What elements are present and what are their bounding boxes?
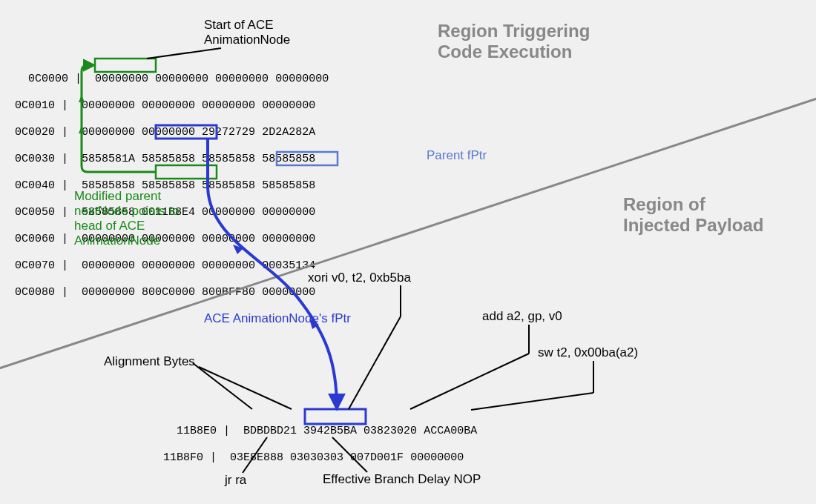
connector-alignment-1: [193, 363, 252, 409]
xori-label: xori v0, t2, 0xb5ba: [308, 271, 411, 285]
hexrow: 0C0000 | 00000000 00000000 00000000 0000…: [28, 73, 329, 85]
start-ace-label: Start of ACE AnimationNode: [204, 18, 290, 47]
hexrow: 11B8E0 | BDBDBD21 3942B5BA 03823020 ACCA…: [177, 425, 477, 437]
hexrow: 0C0030 | 5858581A 58585858 58585858 5858…: [15, 153, 315, 165]
hexrow: 0C0070 | 00000000 00000000 00000000 0003…: [15, 259, 315, 272]
add-label: add a2, gp, v0: [482, 309, 562, 324]
hexrow: 0C0080 | 00000000 800C0000 800BFF80 0000…: [15, 286, 315, 299]
svg-line-4: [349, 316, 401, 409]
parent-fptr-label: Parent fPtr: [427, 148, 487, 163]
connector-alignment-2: [199, 367, 292, 409]
svg-line-6: [471, 393, 593, 410]
hex-dump-top: 0C0000 | 00000000 00000000 00000000 0000…: [15, 59, 329, 299]
hexrow: 11B8F0 | 03E8E888 03030303 007D001F 0000…: [163, 451, 464, 464]
svg-line-5: [410, 354, 529, 409]
nop-label: Effective Branch Delay NOP: [323, 472, 481, 487]
hexrow: 0C0020 | 00000000 00000000 29272729 2D2A…: [15, 126, 315, 139]
region-payload-label: Region of Injected Payload: [623, 194, 763, 236]
alignment-label: Alignment Bytes: [104, 354, 195, 369]
hex-dump-bottom: 11B8E0 | BDBDBD21 3942B5BA 03823020 ACCA…: [163, 411, 477, 465]
ace-fptr-label: ACE AnimationNode's fPtr: [204, 311, 351, 326]
sw-label: sw t2, 0x00ba(a2): [538, 345, 638, 360]
connector-start-ace: [147, 48, 221, 59]
modified-parent-label: Modified parent nextNode points to head …: [74, 189, 180, 248]
region-trigger-label: Region Triggering Code Execution: [438, 21, 590, 62]
hexrow: 0C0010 | 00000000 00000000 00000000 0000…: [15, 99, 315, 112]
jr-label: jr ra: [225, 473, 246, 488]
